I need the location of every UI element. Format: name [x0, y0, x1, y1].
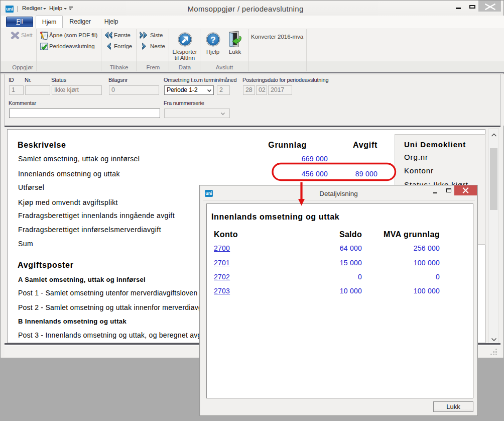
- svg-text:?: ?: [210, 35, 215, 45]
